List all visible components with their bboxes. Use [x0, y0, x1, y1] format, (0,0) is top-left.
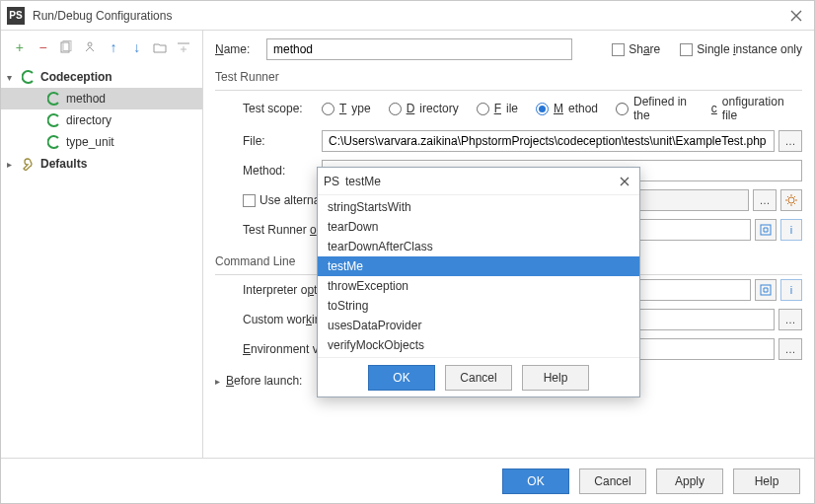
dialog-buttons: OK Cancel Apply Help [1, 458, 814, 503]
svg-rect-4 [761, 225, 771, 235]
browse-button[interactable]: … [778, 338, 802, 360]
file-input[interactable] [322, 130, 775, 152]
remove-icon[interactable]: − [35, 38, 52, 56]
list-item[interactable]: verifyMockObjects [318, 335, 639, 355]
test-scope-label: Test scope: [243, 102, 322, 115]
codeception-icon [46, 134, 62, 150]
cancel-button[interactable]: Cancel [579, 468, 646, 494]
chevron-down-icon: ▾ [7, 72, 17, 83]
test-scope-radios: Type Directory File Method Defined in th… [322, 95, 802, 122]
scope-radio-file[interactable]: File [477, 102, 518, 115]
sidebar-toolbar: + − ↑ ↓ [1, 31, 202, 64]
window-title: Run/Debug Configurations [33, 9, 784, 23]
up-icon[interactable]: ↑ [105, 38, 122, 56]
svg-rect-5 [761, 285, 771, 295]
scope-radio-directory[interactable]: Directory [389, 102, 459, 115]
chevron-right-icon: ▸ [215, 376, 220, 387]
single-instance-checkbox[interactable]: Single instance only [680, 42, 802, 56]
checkbox-icon [243, 194, 256, 207]
settings-button[interactable] [780, 189, 802, 211]
ok-button[interactable]: OK [502, 468, 569, 494]
list-item[interactable]: toString [318, 296, 639, 316]
folder-icon[interactable] [152, 38, 170, 56]
checkbox-label: Single instance only [697, 42, 802, 56]
wrench-icon [21, 156, 37, 172]
name-input[interactable] [266, 38, 572, 60]
help-button[interactable]: Help [733, 468, 800, 494]
test-runner-section-title: Test Runner [203, 64, 814, 86]
collapse-icon[interactable] [175, 38, 192, 56]
tree-node-label: Defaults [40, 157, 87, 171]
settings-icon[interactable] [81, 38, 99, 56]
scope-radio-type[interactable]: Type [322, 102, 371, 115]
config-tree: ▾ Codeception method director [1, 64, 202, 458]
tree-item-type-unit[interactable]: type_unit [1, 131, 202, 153]
method-list: stringStartsWith tearDown tearDownAfterC… [318, 195, 639, 357]
down-icon[interactable]: ↓ [128, 38, 146, 56]
file-label: File: [243, 134, 322, 148]
svg-point-3 [788, 197, 794, 203]
close-icon[interactable] [616, 173, 633, 190]
popup-title: testMe [345, 175, 616, 188]
before-launch-label: Before launch: [226, 374, 302, 388]
scope-radio-method[interactable]: Method [536, 102, 598, 115]
list-item[interactable]: tearDown [318, 217, 639, 237]
info-button[interactable]: i [780, 279, 802, 301]
popup-buttons: OK Cancel Help [318, 357, 639, 396]
list-item[interactable]: stringStartsWith [318, 197, 639, 217]
tree-node-defaults[interactable]: ▸ Defaults [1, 153, 202, 175]
browse-button[interactable]: … [778, 130, 802, 152]
checkbox-icon [680, 43, 693, 56]
sidebar: + − ↑ ↓ ▾ [1, 31, 203, 458]
expand-button[interactable] [755, 279, 777, 301]
tree-node-codeception[interactable]: ▾ Codeception [1, 66, 202, 88]
help-button[interactable]: Help [522, 365, 589, 391]
list-item[interactable]: tearDownAfterClass [318, 237, 639, 256]
popup-title-bar: PS testMe [318, 168, 639, 195]
app-icon: PS [324, 175, 339, 188]
title-bar: PS Run/Debug Configurations [1, 1, 814, 31]
tree-item-label: type_unit [66, 135, 114, 149]
copy-icon[interactable] [58, 38, 76, 56]
codeception-icon [21, 69, 37, 85]
method-chooser-popup: PS testMe stringStartsWith tearDown tear… [317, 167, 640, 397]
test-scope-row: Test scope: Type Directory File Method D… [203, 91, 814, 126]
tree-item-label: directory [66, 113, 111, 127]
method-label: Method: [243, 164, 322, 178]
browse-button[interactable]: … [753, 189, 777, 211]
file-row: File: … [203, 126, 814, 156]
name-label: Name: [215, 42, 257, 56]
browse-button[interactable]: … [778, 309, 802, 330]
name-row: Name: Share Single instance only [203, 35, 814, 64]
add-icon[interactable]: + [11, 38, 29, 56]
tree-item-label: method [66, 92, 106, 106]
cancel-button[interactable]: Cancel [445, 365, 512, 391]
app-icon: PS [7, 7, 25, 25]
codeception-icon [46, 91, 62, 107]
svg-point-2 [88, 42, 92, 46]
scope-radio-defined[interactable]: Defined in the configuration file [616, 95, 802, 122]
checkbox-label: Share [629, 42, 660, 56]
tree-item-method[interactable]: method [1, 88, 202, 109]
codeception-icon [46, 112, 62, 128]
dialog-run-debug-configurations: PS Run/Debug Configurations + − ↑ ↓ [0, 0, 815, 504]
tree-node-label: Codeception [40, 70, 112, 84]
share-checkbox[interactable]: Share [612, 42, 660, 56]
ok-button[interactable]: OK [368, 365, 435, 391]
expand-button[interactable] [755, 219, 777, 241]
apply-button[interactable]: Apply [656, 468, 723, 494]
tree-item-directory[interactable]: directory [1, 109, 202, 131]
chevron-right-icon: ▸ [7, 159, 17, 170]
list-item[interactable]: testMe [318, 256, 639, 276]
list-item[interactable]: usesDataProvider [318, 316, 639, 335]
info-button[interactable]: i [780, 219, 802, 241]
checkbox-icon [612, 43, 625, 56]
close-icon[interactable] [784, 4, 808, 28]
list-item[interactable]: throwException [318, 276, 639, 296]
